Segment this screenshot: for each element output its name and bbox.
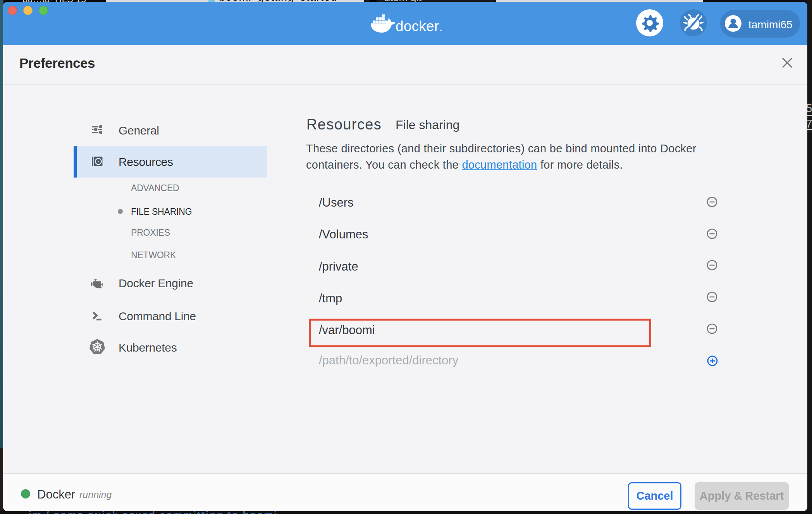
svg-text:docker: docker [396, 18, 439, 34]
